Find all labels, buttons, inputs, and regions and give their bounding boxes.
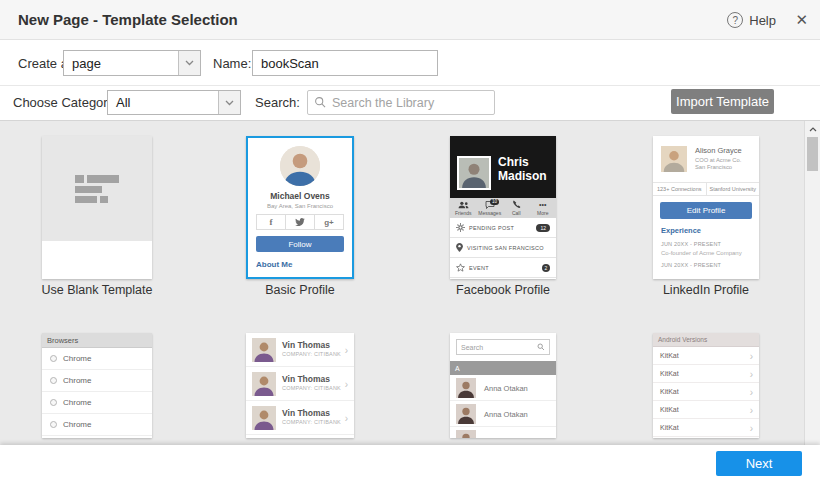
linkedin-header: Alison Grayce COO at Acme Co. San Franci… <box>653 136 759 182</box>
category-label: Choose Category: <box>13 95 118 110</box>
dialog-header: New Page - Template Selection ? Help ✕ <box>0 0 820 40</box>
list-item: KitKat› <box>653 401 759 419</box>
messages-badge: 10 <box>490 199 499 205</box>
create-type-select[interactable]: page <box>63 50 201 76</box>
facebook-toolbar: Friends 10 Messages Call ••• More <box>450 198 556 218</box>
page-title: New Page - Template Selection <box>18 0 238 40</box>
visiting-row: VISITING SAN FRANCISCO <box>450 238 556 258</box>
help-icon: ? <box>727 12 743 28</box>
event-badge: 2 <box>542 264 550 272</box>
library-search-input[interactable] <box>332 96 493 110</box>
template-card-android-versions[interactable]: Android Versions KitKat› KitKat› KitKat›… <box>653 333 759 438</box>
connections-bar: 123+ Connections Stanford University <box>653 182 759 196</box>
radio-icon <box>50 399 57 406</box>
list-item: Vin Thomas COMPANY: CITIBANK <box>246 435 354 438</box>
category-value: All <box>108 95 218 110</box>
chevron-right-icon: › <box>750 404 753 415</box>
avatar <box>252 338 276 362</box>
avatar <box>280 146 320 186</box>
scrollbar-thumb[interactable] <box>807 137 818 171</box>
star-icon <box>456 263 465 272</box>
template-card-basic-profile[interactable]: Michael Ovens Bay Area, San Francisco f … <box>246 136 354 279</box>
radio-icon <box>50 355 57 362</box>
help-label: Help <box>749 13 776 28</box>
create-row: Create a page Name: <box>0 40 820 86</box>
template-card-facebook-profile[interactable]: Chris Madison Friends 10 Messages Call <box>450 136 556 279</box>
filter-row: Choose Category: All Search: Import Temp… <box>0 86 820 120</box>
list-item: Vin Thomas COMPANY: CITIBANK › <box>246 333 354 367</box>
event-row: EVENT 2 <box>450 258 556 278</box>
scrollbar-up-button[interactable] <box>805 123 820 135</box>
template-card-people-list[interactable]: Search A Anna Otakan Anna Otakan Anna Ot… <box>450 333 556 438</box>
profile-text: Alison Grayce COO at Acme Co. San Franci… <box>695 146 742 170</box>
facebook-icon: f <box>257 215 286 229</box>
create-type-value: page <box>64 56 178 71</box>
template-label-facebook-profile: Facebook Profile <box>423 283 583 297</box>
messages-icon: 10 Messages <box>477 198 504 218</box>
name-input[interactable] <box>252 50 438 76</box>
list-item: KitKat› <box>653 383 759 401</box>
chevron-right-icon: › <box>345 412 348 423</box>
search-icon <box>537 343 545 351</box>
list-item: Anna Otakan <box>450 375 556 401</box>
chevron-right-icon: › <box>750 422 753 433</box>
experience-role: Co-founder of Acme Company <box>661 250 759 256</box>
edit-profile-button-preview: Edit Profile <box>660 202 752 219</box>
list-item: Chrome <box>42 392 152 414</box>
location-pin-icon <box>456 243 463 252</box>
template-label-basic-profile: Basic Profile <box>220 283 380 297</box>
list-item: KitKat› <box>653 347 759 365</box>
experience-date: JUN 20XX - PRESENT <box>661 241 759 247</box>
template-gallery: Michael Ovens Bay Area, San Francisco f … <box>0 120 820 445</box>
avatar <box>456 404 476 424</box>
follow-button-preview: Follow <box>256 236 344 252</box>
experience-header: Experience <box>661 226 759 235</box>
dialog-footer: Next <box>0 445 820 486</box>
profile-name: Michael Ovens <box>248 191 352 201</box>
about-me-link-preview: About Me <box>256 260 352 269</box>
chevron-right-icon: › <box>345 344 348 355</box>
avatar <box>456 378 476 398</box>
profile-name: Alison Grayce <box>695 146 742 155</box>
list-item: Anna Otakan <box>450 401 556 427</box>
avatar <box>661 146 687 172</box>
experience-date: JUN 20XX - PRESENT <box>661 262 759 268</box>
list-item: Chrome <box>42 414 152 436</box>
category-select[interactable]: All <box>107 90 241 115</box>
template-card-blank[interactable] <box>42 136 152 279</box>
call-icon: Call <box>503 198 530 218</box>
new-page-dialog: New Page - Template Selection ? Help ✕ C… <box>0 0 820 486</box>
chevron-down-icon <box>178 51 200 75</box>
list-item: Vin Thomas COMPANY: CITIBANK › <box>246 401 354 435</box>
import-template-button[interactable]: Import Template <box>671 89 774 114</box>
profile-location: San Francisco <box>695 164 742 170</box>
next-button[interactable]: Next <box>716 451 802 476</box>
list-item: Anna Otakan <box>450 427 556 438</box>
name-label: Name: <box>213 56 251 71</box>
close-button[interactable]: ✕ <box>795 0 808 40</box>
profile-title: COO at Acme Co. <box>695 157 742 163</box>
list-header: Browsers <box>42 333 152 348</box>
blank-template-thumbnail <box>42 136 152 241</box>
friends-icon: Friends <box>450 198 477 218</box>
chevron-down-icon <box>218 91 240 114</box>
googleplus-icon: g+ <box>315 215 343 229</box>
pending-post-badge: 12 <box>536 224 550 232</box>
avatar <box>252 406 276 430</box>
chevron-right-icon: › <box>750 350 753 361</box>
chevron-right-icon: › <box>750 386 753 397</box>
radio-icon <box>50 377 57 384</box>
list-header: Android Versions <box>653 333 759 347</box>
scrollbar-track[interactable] <box>804 121 820 445</box>
twitter-icon <box>286 215 315 229</box>
help-button[interactable]: ? Help <box>727 0 776 40</box>
list-item: KitKat› <box>653 365 759 383</box>
list-item: Chrome <box>42 370 152 392</box>
search-label: Search: <box>255 95 300 110</box>
library-search-box <box>307 90 495 115</box>
search-icon <box>314 96 327 109</box>
template-card-linkedin-profile[interactable]: Alison Grayce COO at Acme Co. San Franci… <box>653 136 759 279</box>
template-card-browsers-list[interactable]: Browsers Chrome Chrome Chrome Chrome Chr… <box>42 333 152 438</box>
facebook-header: Chris Madison <box>450 136 556 198</box>
template-card-contacts-list[interactable]: Vin Thomas COMPANY: CITIBANK › Vin Thoma… <box>246 333 354 438</box>
